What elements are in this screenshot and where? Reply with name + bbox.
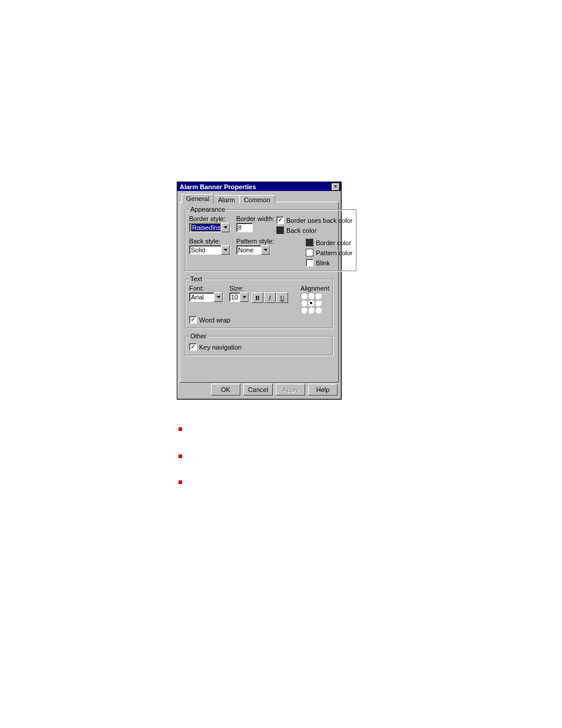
- align-br-radio[interactable]: [315, 307, 322, 314]
- help-button[interactable]: Help: [308, 384, 338, 396]
- pattern-color-icon: [306, 249, 313, 256]
- align-ml-radio[interactable]: [300, 299, 308, 307]
- align-bc-radio[interactable]: [308, 307, 315, 314]
- word-wrap-checkbox[interactable]: Word wrap: [189, 316, 329, 324]
- apply-button[interactable]: Apply: [276, 384, 305, 396]
- chevron-down-icon: [221, 245, 230, 255]
- tab-alarm[interactable]: Alarm: [213, 195, 240, 203]
- italic-button[interactable]: I: [264, 292, 276, 303]
- dialog-title: Alarm Banner Properties: [178, 183, 256, 190]
- title-bar: Alarm Banner Properties ×: [177, 182, 341, 191]
- blink-checkbox[interactable]: Blink: [306, 259, 352, 266]
- other-legend: Other: [189, 332, 208, 340]
- ok-button[interactable]: OK: [211, 384, 240, 396]
- back-style-combo[interactable]: Solid: [189, 245, 230, 255]
- cancel-button[interactable]: Cancel: [243, 384, 273, 396]
- border-style-label: Border style:: [189, 215, 230, 222]
- bullet-icon: [178, 454, 182, 458]
- bullet-icon: [178, 427, 182, 431]
- border-uses-back-color-checkbox[interactable]: Border uses back color: [276, 216, 353, 224]
- tab-common[interactable]: Common: [239, 195, 275, 203]
- text-legend: Text: [189, 275, 203, 282]
- back-color-swatch[interactable]: Back color: [276, 226, 353, 234]
- chevron-down-icon: [214, 292, 223, 302]
- chevron-down-icon: [221, 223, 230, 232]
- border-style-combo[interactable]: RaisedInset: [189, 223, 230, 232]
- align-mr-radio[interactable]: [315, 299, 322, 307]
- back-style-label: Back style:: [189, 238, 230, 245]
- pattern-color-swatch[interactable]: Pattern color: [306, 249, 352, 256]
- align-bl-radio[interactable]: [300, 307, 308, 314]
- key-navigation-checkbox[interactable]: Key navigation: [189, 343, 329, 351]
- other-group: Other Key navigation: [185, 332, 333, 356]
- border-color-icon: [306, 239, 313, 246]
- font-label: Font:: [189, 285, 223, 292]
- align-tc-radio[interactable]: [308, 292, 315, 299]
- tab-panel-general: Appearance Border style: RaisedInset Bor…: [180, 202, 339, 383]
- bold-button[interactable]: B: [252, 292, 263, 303]
- close-button[interactable]: ×: [331, 183, 340, 191]
- border-width-input[interactable]: 8: [236, 223, 253, 232]
- appearance-group: Appearance Border style: RaisedInset Bor…: [185, 206, 357, 272]
- pattern-style-combo[interactable]: None: [236, 245, 270, 255]
- tab-general[interactable]: General: [181, 194, 214, 204]
- align-tl-radio[interactable]: [300, 292, 308, 299]
- chevron-down-icon: [261, 245, 270, 255]
- pattern-style-label: Pattern style:: [236, 238, 270, 245]
- border-color-swatch[interactable]: Border color: [306, 239, 352, 246]
- size-label: Size:: [229, 285, 289, 292]
- align-tr-radio[interactable]: [315, 292, 322, 299]
- font-combo[interactable]: Arial: [189, 292, 223, 302]
- back-color-icon: [276, 226, 284, 234]
- close-icon: ×: [334, 184, 337, 189]
- alignment-label: Alignment: [300, 285, 329, 292]
- align-mc-radio[interactable]: [308, 299, 315, 307]
- alarm-banner-properties-dialog: Alarm Banner Properties × General Alarm …: [177, 182, 342, 400]
- tab-strip: General Alarm Common: [181, 194, 339, 203]
- dialog-buttons: OK Cancel Apply Help: [211, 384, 338, 396]
- chevron-down-icon: [240, 292, 249, 302]
- size-combo[interactable]: 10: [229, 292, 249, 302]
- appearance-legend: Appearance: [189, 206, 226, 213]
- underline-button[interactable]: U: [276, 292, 288, 303]
- alignment-grid: [300, 292, 329, 314]
- bullet-icon: [178, 480, 182, 484]
- border-width-label: Border width:: [236, 215, 270, 222]
- text-group: Text Font: Arial Size: 10: [185, 275, 333, 329]
